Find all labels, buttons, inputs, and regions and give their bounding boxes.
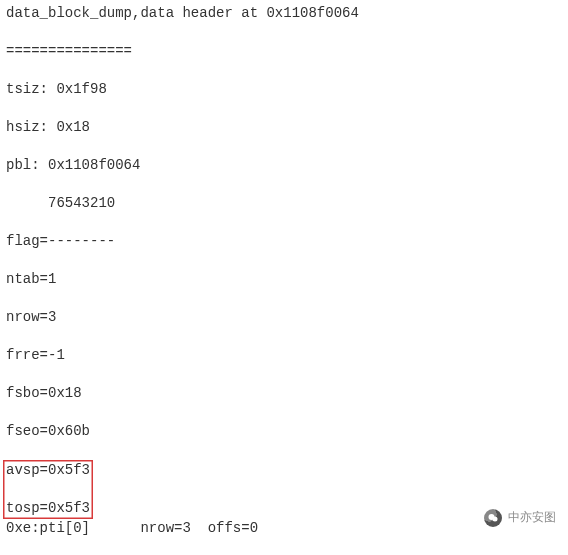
frre-line: frre=-1	[6, 346, 562, 365]
pti-line: 0xe:pti[0] nrow=3 offs=0	[6, 519, 562, 538]
avsp-line: avsp=0x5f3	[6, 461, 90, 480]
dump-output: data_block_dump,data header at 0x1108f00…	[0, 0, 568, 555]
pbl-line: pbl: 0x1108f0064	[6, 156, 562, 175]
separator-line: ===============	[6, 42, 562, 61]
fseo-line: fseo=0x60b	[6, 422, 562, 441]
nrow-line: nrow=3	[6, 308, 562, 327]
hsiz-line: hsiz: 0x18	[6, 118, 562, 137]
bit-columns-line: 76543210	[6, 194, 562, 213]
tsiz-line: tsiz: 0x1f98	[6, 80, 562, 99]
header-line: data_block_dump,data header at 0x1108f00…	[6, 4, 562, 23]
fsbo-line: fsbo=0x18	[6, 384, 562, 403]
tosp-line: tosp=0x5f3	[6, 499, 90, 518]
ntab-line: ntab=1	[6, 270, 562, 289]
flag-line: flag=--------	[6, 232, 562, 251]
highlighted-space-fields: avsp=0x5f3 tosp=0x5f3	[3, 460, 93, 519]
